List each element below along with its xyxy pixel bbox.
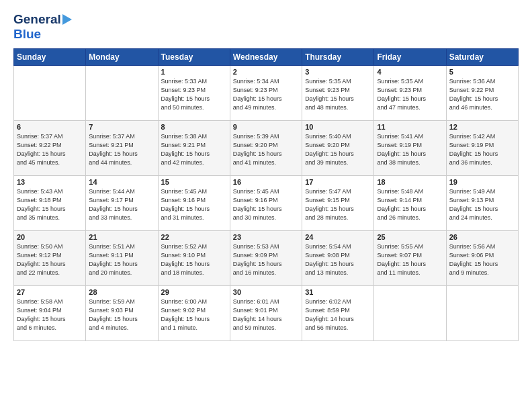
calendar-cell: 19Sunrise: 5:49 AM Sunset: 9:13 PM Dayli… [446, 176, 518, 231]
day-number: 8 [161, 123, 227, 131]
calendar-cell: 13Sunrise: 5:43 AM Sunset: 9:18 PM Dayli… [14, 176, 86, 231]
calendar-cell: 30Sunrise: 6:01 AM Sunset: 9:01 PM Dayli… [230, 286, 302, 341]
page: General Blue SundayMondayTuesdayWednesda… [0, 0, 532, 411]
week-row-4: 20Sunrise: 5:50 AM Sunset: 9:12 PM Dayli… [14, 231, 519, 286]
day-number: 6 [17, 123, 83, 131]
weekday-header-friday: Friday [374, 49, 446, 66]
day-info: Sunrise: 5:56 AM Sunset: 9:06 PM Dayligh… [449, 242, 515, 277]
day-info: Sunrise: 5:42 AM Sunset: 9:19 PM Dayligh… [449, 132, 515, 167]
day-info: Sunrise: 5:44 AM Sunset: 9:17 PM Dayligh… [89, 187, 154, 222]
day-info: Sunrise: 5:33 AM Sunset: 9:23 PM Dayligh… [161, 77, 227, 112]
day-info: Sunrise: 5:45 AM Sunset: 9:16 PM Dayligh… [233, 187, 299, 222]
day-info: Sunrise: 6:00 AM Sunset: 9:02 PM Dayligh… [161, 298, 227, 332]
day-number: 1 [161, 68, 227, 76]
day-info: Sunrise: 5:47 AM Sunset: 9:15 PM Dayligh… [305, 187, 371, 222]
day-number: 9 [233, 123, 299, 131]
week-row-1: 1Sunrise: 5:33 AM Sunset: 9:23 PM Daylig… [14, 66, 519, 121]
logo-general: General [13, 12, 61, 27]
day-info: Sunrise: 5:49 AM Sunset: 9:13 PM Dayligh… [449, 187, 515, 222]
day-number: 10 [305, 123, 371, 131]
day-number: 19 [449, 178, 515, 186]
day-info: Sunrise: 5:52 AM Sunset: 9:10 PM Dayligh… [161, 242, 227, 277]
calendar-cell: 5Sunrise: 5:36 AM Sunset: 9:22 PM Daylig… [446, 66, 518, 121]
weekday-header-saturday: Saturday [446, 49, 518, 66]
calendar-cell: 17Sunrise: 5:47 AM Sunset: 9:15 PM Dayli… [302, 176, 374, 231]
day-number: 12 [449, 123, 515, 131]
calendar-cell: 23Sunrise: 5:53 AM Sunset: 9:09 PM Dayli… [230, 231, 302, 286]
day-number: 5 [449, 68, 515, 76]
calendar-cell: 12Sunrise: 5:42 AM Sunset: 9:19 PM Dayli… [446, 121, 518, 176]
logo-blue: Blue [13, 27, 41, 41]
day-info: Sunrise: 6:01 AM Sunset: 9:01 PM Dayligh… [233, 298, 299, 332]
day-number: 15 [161, 178, 227, 186]
logo-arrow-icon [62, 14, 72, 25]
day-info: Sunrise: 5:45 AM Sunset: 9:16 PM Dayligh… [161, 187, 227, 222]
calendar-cell: 8Sunrise: 5:38 AM Sunset: 9:21 PM Daylig… [158, 121, 230, 176]
calendar-cell: 26Sunrise: 5:56 AM Sunset: 9:06 PM Dayli… [446, 231, 518, 286]
day-number: 3 [305, 68, 371, 76]
weekday-header-tuesday: Tuesday [158, 49, 230, 66]
day-info: Sunrise: 5:48 AM Sunset: 9:14 PM Dayligh… [377, 187, 443, 222]
day-info: Sunrise: 5:40 AM Sunset: 9:20 PM Dayligh… [305, 132, 371, 167]
calendar-cell: 10Sunrise: 5:40 AM Sunset: 9:20 PM Dayli… [302, 121, 374, 176]
day-info: Sunrise: 5:59 AM Sunset: 9:03 PM Dayligh… [89, 298, 154, 332]
week-row-2: 6Sunrise: 5:37 AM Sunset: 9:22 PM Daylig… [14, 121, 519, 176]
calendar-cell: 14Sunrise: 5:44 AM Sunset: 9:17 PM Dayli… [86, 176, 158, 231]
weekday-header-row: SundayMondayTuesdayWednesdayThursdayFrid… [14, 49, 519, 66]
day-number: 26 [449, 233, 515, 241]
day-number: 13 [17, 178, 83, 186]
calendar-cell: 11Sunrise: 5:41 AM Sunset: 9:19 PM Dayli… [374, 121, 446, 176]
day-number: 21 [89, 233, 154, 241]
day-number: 11 [377, 123, 443, 131]
day-info: Sunrise: 6:02 AM Sunset: 8:59 PM Dayligh… [305, 298, 371, 332]
calendar-cell: 24Sunrise: 5:54 AM Sunset: 9:08 PM Dayli… [302, 231, 374, 286]
day-info: Sunrise: 5:38 AM Sunset: 9:21 PM Dayligh… [161, 132, 227, 167]
day-info: Sunrise: 5:54 AM Sunset: 9:08 PM Dayligh… [305, 242, 371, 277]
calendar-cell: 7Sunrise: 5:37 AM Sunset: 9:21 PM Daylig… [86, 121, 158, 176]
calendar-cell: 31Sunrise: 6:02 AM Sunset: 8:59 PM Dayli… [302, 286, 374, 341]
calendar-cell: 28Sunrise: 5:59 AM Sunset: 9:03 PM Dayli… [86, 286, 158, 341]
logo: General Blue [13, 12, 73, 42]
calendar-cell: 6Sunrise: 5:37 AM Sunset: 9:22 PM Daylig… [14, 121, 86, 176]
day-number: 31 [305, 288, 371, 296]
day-number: 25 [377, 233, 443, 241]
day-info: Sunrise: 5:53 AM Sunset: 9:09 PM Dayligh… [233, 242, 299, 277]
day-number: 22 [161, 233, 227, 241]
week-row-3: 13Sunrise: 5:43 AM Sunset: 9:18 PM Dayli… [14, 176, 519, 231]
calendar-cell: 3Sunrise: 5:35 AM Sunset: 9:23 PM Daylig… [302, 66, 374, 121]
day-info: Sunrise: 5:36 AM Sunset: 9:22 PM Dayligh… [449, 77, 515, 112]
day-number: 4 [377, 68, 443, 76]
calendar-cell: 15Sunrise: 5:45 AM Sunset: 9:16 PM Dayli… [158, 176, 230, 231]
day-number: 27 [17, 288, 83, 296]
day-number: 29 [161, 288, 227, 296]
calendar-cell [374, 286, 446, 341]
day-info: Sunrise: 5:37 AM Sunset: 9:21 PM Dayligh… [89, 132, 154, 167]
calendar-cell: 1Sunrise: 5:33 AM Sunset: 9:23 PM Daylig… [158, 66, 230, 121]
day-number: 20 [17, 233, 83, 241]
calendar-cell: 9Sunrise: 5:39 AM Sunset: 9:20 PM Daylig… [230, 121, 302, 176]
day-number: 23 [233, 233, 299, 241]
calendar-cell [446, 286, 518, 341]
calendar-cell: 18Sunrise: 5:48 AM Sunset: 9:14 PM Dayli… [374, 176, 446, 231]
day-info: Sunrise: 5:43 AM Sunset: 9:18 PM Dayligh… [17, 187, 83, 222]
day-info: Sunrise: 5:34 AM Sunset: 9:23 PM Dayligh… [233, 77, 299, 112]
weekday-header-thursday: Thursday [302, 49, 374, 66]
calendar-cell: 20Sunrise: 5:50 AM Sunset: 9:12 PM Dayli… [14, 231, 86, 286]
day-number: 17 [305, 178, 371, 186]
week-row-5: 27Sunrise: 5:58 AM Sunset: 9:04 PM Dayli… [14, 286, 519, 341]
weekday-header-monday: Monday [86, 49, 158, 66]
calendar-cell [14, 66, 86, 121]
day-number: 30 [233, 288, 299, 296]
calendar-cell: 2Sunrise: 5:34 AM Sunset: 9:23 PM Daylig… [230, 66, 302, 121]
weekday-header-sunday: Sunday [14, 49, 86, 66]
calendar-cell [86, 66, 158, 121]
day-info: Sunrise: 5:41 AM Sunset: 9:19 PM Dayligh… [377, 132, 443, 167]
day-info: Sunrise: 5:35 AM Sunset: 9:23 PM Dayligh… [305, 77, 371, 112]
calendar-cell: 27Sunrise: 5:58 AM Sunset: 9:04 PM Dayli… [14, 286, 86, 341]
day-number: 28 [89, 288, 154, 296]
day-number: 14 [89, 178, 154, 186]
day-info: Sunrise: 5:35 AM Sunset: 9:23 PM Dayligh… [377, 77, 443, 112]
calendar-cell: 22Sunrise: 5:52 AM Sunset: 9:10 PM Dayli… [158, 231, 230, 286]
calendar-cell: 16Sunrise: 5:45 AM Sunset: 9:16 PM Dayli… [230, 176, 302, 231]
day-number: 24 [305, 233, 371, 241]
